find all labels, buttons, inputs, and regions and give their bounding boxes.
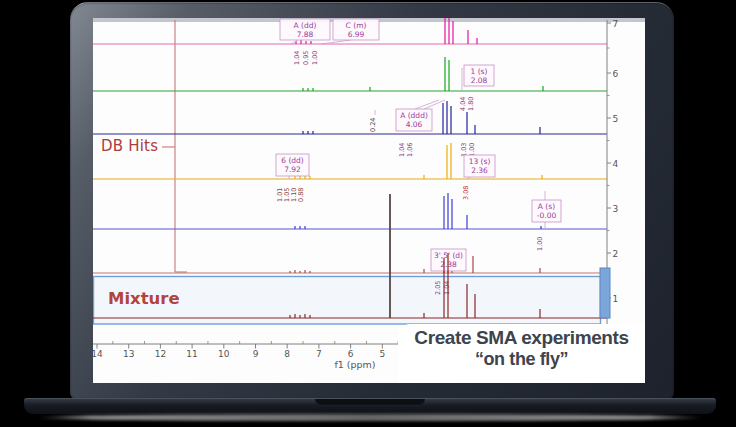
integral-label: 3.08 [462,186,470,200]
integral-label: 1.06 [406,143,414,157]
y-tick-label: 4 [613,159,619,169]
integral-label: 1.00 [536,237,544,251]
x-tick-label: 6 [348,349,354,359]
integral-label: 1.00 [311,51,319,65]
integral-label: 0.95 [302,51,310,65]
x-tick-label: 14 [93,349,103,359]
laptop-screen: 1.040.951.00A (dd)7.88C (m)6.994.041.801… [93,18,645,383]
integral-label: 1.80 [467,97,475,111]
x-tick-label: 12 [155,349,166,359]
peak-annotation-4.06[interactable]: A (ddd)4.06 [396,109,432,131]
peak-annotation-2.36[interactable]: 13 (s)2.36 [464,155,495,177]
x-tick-label: 7 [316,349,322,359]
x-tick-label: 9 [253,349,259,359]
annotation-shift: 4.06 [406,120,423,129]
laptop-shadow [36,414,704,421]
annotation-leader-line [321,40,351,44]
spectrum-row-3[interactable]: 1.00A (s)-0.00 [93,191,607,251]
annotation-multiplet: 13 (s) [469,157,491,166]
annotation-multiplet: C (m) [346,21,367,30]
annotation-multiplet: 6 (dd) [281,156,304,165]
y-tick-label: 6 [613,69,619,79]
x-tick-label: 10 [218,349,230,359]
integral-label: 0.24 [369,118,377,132]
peak-annotation--0.00[interactable]: A (s)-0.00 [532,200,561,222]
annotation-multiplet: A (s) [538,202,555,211]
x-axis-title: f1 (ppm) [334,359,375,370]
selection-handle[interactable] [600,268,610,318]
integral-label: 4.04 [459,97,467,111]
x-tick-label: 11 [186,349,197,359]
annotation-shift: -0.00 [537,211,557,220]
y-tick-label: 5 [613,114,619,124]
integral-label: 2.05 [434,281,442,295]
y-tick-label: 7 [613,19,619,29]
mixture-label: Mixture [108,289,180,308]
annotation-multiplet: A (ddd) [400,111,428,120]
spectrum-row-4[interactable]: 1.011.051.100.883.086 (dd)7.9213 (s)2.36 [93,143,607,202]
x-tick-label: 13 [123,349,134,359]
laptop-base [24,398,716,414]
spectrum-row-5[interactable]: 1.041.061.031.000.24A (ddd)4.06 [93,100,607,157]
x-tick-label: 5 [379,349,385,359]
laptop-lid-notch [315,399,425,406]
peak-annotation-7.92[interactable]: 6 (dd)7.92 [276,154,309,176]
page-background: 1.040.951.00A (dd)7.88C (m)6.994.041.801… [0,0,736,427]
annotation-shift: 7.92 [284,165,301,174]
caption-line1: Create SMA experiments [398,327,645,349]
annotation-multiplet: A (dd) [294,21,317,30]
annotation-shift: 7.88 [297,30,314,39]
caption-line2: “on the fly” [398,349,645,370]
annotation-leader-line [291,40,298,44]
db-hits-bracket [162,20,187,272]
integral-label: 0.88 [297,188,305,202]
integral-label: 1.04 [398,143,406,157]
peak-annotation-7.88[interactable]: A (dd)7.88 [280,19,330,40]
annotation-shift: 2.08 [471,76,488,85]
annotation-shift: 2.36 [471,166,488,175]
db-hits-label: DB Hits [101,137,158,155]
annotation-shift: 6.99 [348,30,365,39]
y-tick-label: 1 [613,294,619,304]
y-tick-label: 2 [613,249,619,259]
caption-overlay: Create SMA experiments “on the fly” [398,324,645,383]
y-tick-label: 3 [613,204,619,214]
annotation-multiplet: 1 (s) [471,67,488,76]
x-tick-label: 8 [284,349,290,359]
annotation-shift: 2.38 [440,260,457,269]
peak-annotation-2.08[interactable]: 1 (s)2.08 [464,65,494,86]
laptop-screen-bezel: 1.040.951.00A (dd)7.88C (m)6.994.041.801… [70,2,674,399]
integral-label: 1.04 [293,51,301,65]
spectrum-row-7[interactable]: 1.040.951.00A (dd)7.88C (m)6.99 [93,18,607,65]
peak-annotation-6.99[interactable]: C (m)6.99 [333,19,379,40]
spectrum-row-6[interactable]: 4.041.801 (s)2.08 [93,57,607,111]
